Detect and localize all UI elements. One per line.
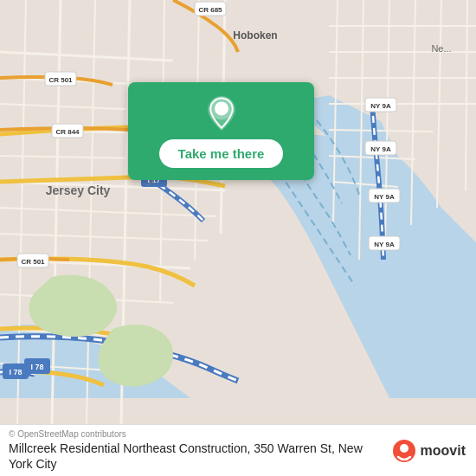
svg-text:CR 501: CR 501 [21, 258, 45, 266]
svg-text:NY 9A: NY 9A [374, 241, 395, 248]
moovit-label: moovit [421, 443, 466, 459]
svg-text:I 78: I 78 [9, 368, 22, 376]
svg-text:NY 9A: NY 9A [370, 102, 391, 110]
location-name: Millcreek Residential Northeast Construc… [9, 441, 383, 472]
map-container: CR 685 CR 501 CR 844 CR 501 I 78 I 78 I … [0, 0, 476, 424]
svg-text:CR 685: CR 685 [198, 6, 222, 14]
moovit-logo: moovit [391, 438, 466, 464]
svg-text:NY 9A: NY 9A [374, 193, 395, 201]
svg-point-63 [400, 444, 408, 453]
footer: © OpenStreetMap contributors Millcreek R… [0, 424, 476, 476]
svg-text:NY 9A: NY 9A [370, 145, 391, 153]
moovit-icon [391, 438, 417, 464]
map-attribution: © OpenStreetMap contributors [9, 429, 383, 439]
svg-point-61 [217, 105, 226, 113]
svg-text:CR 844: CR 844 [55, 128, 80, 136]
svg-text:Hoboken: Hoboken [233, 29, 277, 42]
take-me-there-button[interactable]: Take me there [159, 139, 284, 168]
svg-text:CR 501: CR 501 [48, 76, 73, 84]
map-pin-icon [204, 96, 239, 131]
svg-text:I 78: I 78 [30, 363, 43, 371]
location-card: Take me there [128, 82, 314, 180]
svg-text:Jersey City: Jersey City [46, 183, 111, 197]
footer-text-block: © OpenStreetMap contributors Millcreek R… [9, 429, 383, 472]
svg-text:Ne...: Ne... [431, 43, 451, 54]
